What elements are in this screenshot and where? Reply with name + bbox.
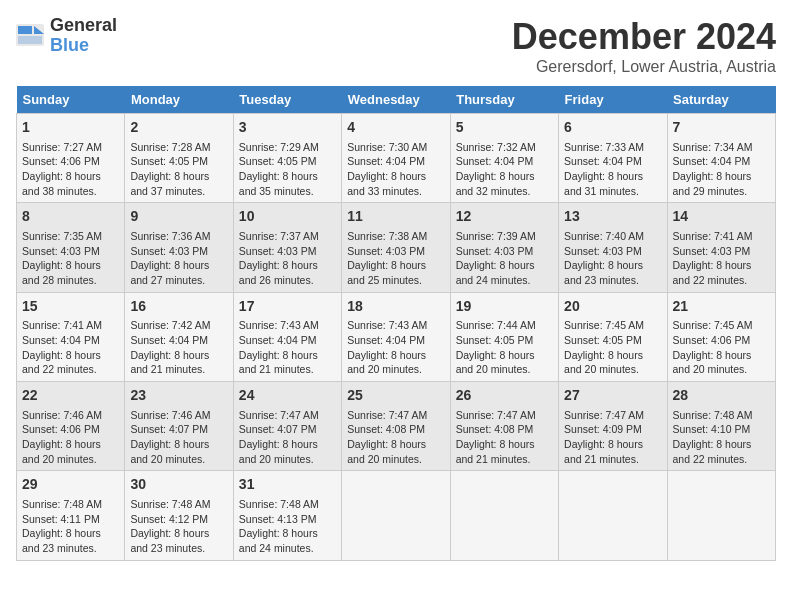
column-header-wednesday: Wednesday bbox=[342, 86, 450, 114]
column-header-saturday: Saturday bbox=[667, 86, 775, 114]
sunrise-text: Sunrise: 7:41 AM bbox=[22, 319, 102, 331]
sunset-text: Sunset: 4:13 PM bbox=[239, 513, 317, 525]
sunrise-text: Sunrise: 7:41 AM bbox=[673, 230, 753, 242]
calendar-cell: 27Sunrise: 7:47 AMSunset: 4:09 PMDayligh… bbox=[559, 382, 667, 471]
sunset-text: Sunset: 4:04 PM bbox=[347, 155, 425, 167]
day-number: 11 bbox=[347, 207, 444, 227]
sunrise-text: Sunrise: 7:42 AM bbox=[130, 319, 210, 331]
sunrise-text: Sunrise: 7:37 AM bbox=[239, 230, 319, 242]
daylight-text: Daylight: 8 hours and 21 minutes. bbox=[456, 438, 535, 465]
daylight-text: Daylight: 8 hours and 24 minutes. bbox=[456, 259, 535, 286]
svg-rect-2 bbox=[18, 26, 32, 34]
sunrise-text: Sunrise: 7:29 AM bbox=[239, 141, 319, 153]
daylight-text: Daylight: 8 hours and 22 minutes. bbox=[673, 259, 752, 286]
sunrise-text: Sunrise: 7:33 AM bbox=[564, 141, 644, 153]
sunset-text: Sunset: 4:04 PM bbox=[347, 334, 425, 346]
daylight-text: Daylight: 8 hours and 20 minutes. bbox=[347, 438, 426, 465]
calendar-cell: 2Sunrise: 7:28 AMSunset: 4:05 PMDaylight… bbox=[125, 114, 233, 203]
day-number: 18 bbox=[347, 297, 444, 317]
calendar-cell: 15Sunrise: 7:41 AMSunset: 4:04 PMDayligh… bbox=[17, 292, 125, 381]
sunrise-text: Sunrise: 7:32 AM bbox=[456, 141, 536, 153]
calendar-week-row: 8Sunrise: 7:35 AMSunset: 4:03 PMDaylight… bbox=[17, 203, 776, 292]
calendar-cell: 6Sunrise: 7:33 AMSunset: 4:04 PMDaylight… bbox=[559, 114, 667, 203]
calendar-cell: 13Sunrise: 7:40 AMSunset: 4:03 PMDayligh… bbox=[559, 203, 667, 292]
calendar-cell: 30Sunrise: 7:48 AMSunset: 4:12 PMDayligh… bbox=[125, 471, 233, 560]
calendar-cell: 10Sunrise: 7:37 AMSunset: 4:03 PMDayligh… bbox=[233, 203, 341, 292]
day-number: 25 bbox=[347, 386, 444, 406]
daylight-text: Daylight: 8 hours and 25 minutes. bbox=[347, 259, 426, 286]
sunset-text: Sunset: 4:05 PM bbox=[564, 334, 642, 346]
sunset-text: Sunset: 4:08 PM bbox=[456, 423, 534, 435]
day-number: 1 bbox=[22, 118, 119, 138]
daylight-text: Daylight: 8 hours and 23 minutes. bbox=[130, 527, 209, 554]
calendar-table: SundayMondayTuesdayWednesdayThursdayFrid… bbox=[16, 86, 776, 561]
day-number: 21 bbox=[673, 297, 770, 317]
daylight-text: Daylight: 8 hours and 20 minutes. bbox=[22, 438, 101, 465]
sunset-text: Sunset: 4:03 PM bbox=[564, 245, 642, 257]
day-number: 27 bbox=[564, 386, 661, 406]
sunset-text: Sunset: 4:03 PM bbox=[22, 245, 100, 257]
day-number: 22 bbox=[22, 386, 119, 406]
day-number: 2 bbox=[130, 118, 227, 138]
daylight-text: Daylight: 8 hours and 28 minutes. bbox=[22, 259, 101, 286]
calendar-cell: 18Sunrise: 7:43 AMSunset: 4:04 PMDayligh… bbox=[342, 292, 450, 381]
day-number: 5 bbox=[456, 118, 553, 138]
calendar-cell bbox=[559, 471, 667, 560]
daylight-text: Daylight: 8 hours and 38 minutes. bbox=[22, 170, 101, 197]
calendar-cell: 7Sunrise: 7:34 AMSunset: 4:04 PMDaylight… bbox=[667, 114, 775, 203]
sunset-text: Sunset: 4:04 PM bbox=[239, 334, 317, 346]
calendar-header-row: SundayMondayTuesdayWednesdayThursdayFrid… bbox=[17, 86, 776, 114]
sunset-text: Sunset: 4:09 PM bbox=[564, 423, 642, 435]
sunrise-text: Sunrise: 7:46 AM bbox=[22, 409, 102, 421]
sunset-text: Sunset: 4:10 PM bbox=[673, 423, 751, 435]
sunrise-text: Sunrise: 7:48 AM bbox=[239, 498, 319, 510]
calendar-cell: 26Sunrise: 7:47 AMSunset: 4:08 PMDayligh… bbox=[450, 382, 558, 471]
sunrise-text: Sunrise: 7:48 AM bbox=[673, 409, 753, 421]
calendar-cell: 28Sunrise: 7:48 AMSunset: 4:10 PMDayligh… bbox=[667, 382, 775, 471]
sunrise-text: Sunrise: 7:47 AM bbox=[564, 409, 644, 421]
sunrise-text: Sunrise: 7:48 AM bbox=[22, 498, 102, 510]
daylight-text: Daylight: 8 hours and 20 minutes. bbox=[347, 349, 426, 376]
daylight-text: Daylight: 8 hours and 21 minutes. bbox=[564, 438, 643, 465]
sunset-text: Sunset: 4:07 PM bbox=[239, 423, 317, 435]
daylight-text: Daylight: 8 hours and 37 minutes. bbox=[130, 170, 209, 197]
calendar-cell: 12Sunrise: 7:39 AMSunset: 4:03 PMDayligh… bbox=[450, 203, 558, 292]
sunset-text: Sunset: 4:06 PM bbox=[673, 334, 751, 346]
daylight-text: Daylight: 8 hours and 27 minutes. bbox=[130, 259, 209, 286]
daylight-text: Daylight: 8 hours and 21 minutes. bbox=[130, 349, 209, 376]
sunrise-text: Sunrise: 7:38 AM bbox=[347, 230, 427, 242]
sunset-text: Sunset: 4:04 PM bbox=[22, 334, 100, 346]
calendar-cell bbox=[667, 471, 775, 560]
sunset-text: Sunset: 4:11 PM bbox=[22, 513, 100, 525]
day-number: 29 bbox=[22, 475, 119, 495]
daylight-text: Daylight: 8 hours and 21 minutes. bbox=[239, 349, 318, 376]
sunrise-text: Sunrise: 7:48 AM bbox=[130, 498, 210, 510]
sunrise-text: Sunrise: 7:35 AM bbox=[22, 230, 102, 242]
day-number: 31 bbox=[239, 475, 336, 495]
page-header: General Blue December 2024 Gerersdorf, L… bbox=[16, 16, 776, 76]
day-number: 4 bbox=[347, 118, 444, 138]
column-header-monday: Monday bbox=[125, 86, 233, 114]
daylight-text: Daylight: 8 hours and 31 minutes. bbox=[564, 170, 643, 197]
daylight-text: Daylight: 8 hours and 26 minutes. bbox=[239, 259, 318, 286]
day-number: 8 bbox=[22, 207, 119, 227]
logo-text: General Blue bbox=[50, 16, 117, 56]
day-number: 20 bbox=[564, 297, 661, 317]
daylight-text: Daylight: 8 hours and 20 minutes. bbox=[564, 349, 643, 376]
calendar-week-row: 15Sunrise: 7:41 AMSunset: 4:04 PMDayligh… bbox=[17, 292, 776, 381]
day-number: 17 bbox=[239, 297, 336, 317]
day-number: 14 bbox=[673, 207, 770, 227]
sunset-text: Sunset: 4:03 PM bbox=[456, 245, 534, 257]
sunrise-text: Sunrise: 7:43 AM bbox=[347, 319, 427, 331]
column-header-friday: Friday bbox=[559, 86, 667, 114]
calendar-week-row: 1Sunrise: 7:27 AMSunset: 4:06 PMDaylight… bbox=[17, 114, 776, 203]
calendar-cell: 1Sunrise: 7:27 AMSunset: 4:06 PMDaylight… bbox=[17, 114, 125, 203]
sunrise-text: Sunrise: 7:40 AM bbox=[564, 230, 644, 242]
calendar-cell: 31Sunrise: 7:48 AMSunset: 4:13 PMDayligh… bbox=[233, 471, 341, 560]
sunrise-text: Sunrise: 7:47 AM bbox=[239, 409, 319, 421]
day-number: 3 bbox=[239, 118, 336, 138]
day-number: 23 bbox=[130, 386, 227, 406]
calendar-cell: 21Sunrise: 7:45 AMSunset: 4:06 PMDayligh… bbox=[667, 292, 775, 381]
daylight-text: Daylight: 8 hours and 20 minutes. bbox=[456, 349, 535, 376]
sunset-text: Sunset: 4:04 PM bbox=[673, 155, 751, 167]
